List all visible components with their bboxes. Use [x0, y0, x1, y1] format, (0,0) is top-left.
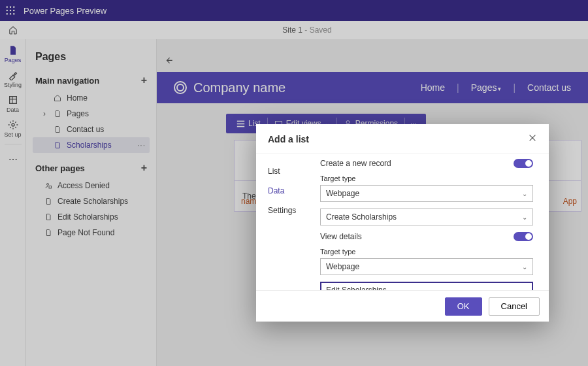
chevron-down-icon: ▾: [498, 86, 501, 92]
tree-item-create-scholarships[interactable]: Create Scholarships: [33, 193, 150, 209]
rail-pages[interactable]: Pages: [0, 42, 26, 67]
svg-point-1: [10, 7, 11, 8]
view-details-toggle[interactable]: [514, 232, 533, 241]
col-app-fragment: App: [563, 197, 577, 206]
nav-pages-label: Pages: [471, 82, 497, 93]
svg-point-2: [13, 7, 14, 8]
svg-point-12: [12, 124, 14, 126]
nav-contact[interactable]: Contact us: [527, 82, 571, 93]
svg-rect-20: [237, 125, 244, 127]
add-list-modal: Add a list List Data Settings Create a n…: [256, 124, 549, 322]
chevron-down-icon: ⌄: [522, 190, 527, 197]
other-pages-header: Other pages +: [33, 158, 150, 178]
page-icon: [52, 141, 63, 149]
top-bar: Power Pages Preview: [0, 0, 588, 21]
tree-item-home[interactable]: Home: [33, 90, 150, 106]
home-icon: [52, 94, 63, 102]
svg-point-13: [9, 159, 10, 160]
tree-label: Home: [67, 93, 88, 103]
pages-panel: Pages Main navigation + Home › Pages Con…: [26, 39, 157, 366]
tree-label: Contact us: [67, 125, 104, 134]
rail-setup-label: Set up: [4, 131, 21, 138]
site-header: Company name Home | Pages▾ | Contact us: [157, 72, 588, 103]
svg-point-0: [7, 7, 8, 8]
tree-item-page-not-found[interactable]: Page Not Found: [33, 225, 150, 241]
svg-point-6: [7, 13, 8, 14]
modal-form: Create a new record Target type Webpage …: [320, 154, 549, 290]
site-name: Company name: [193, 80, 286, 95]
chevron-right-icon[interactable]: ›: [43, 109, 51, 118]
tree-label: Create Scholarships: [57, 197, 128, 206]
nav-sep: |: [457, 82, 459, 93]
nav-pages[interactable]: Pages▾: [471, 82, 502, 93]
target-type-label-2: Target type: [320, 248, 533, 256]
panel-title: Pages: [26, 39, 156, 71]
waffle-icon[interactable]: [0, 0, 21, 21]
tree-label: Access Denied: [57, 181, 110, 190]
rail-styling-label: Styling: [4, 82, 22, 88]
add-other-page-icon[interactable]: +: [141, 162, 147, 174]
saved-status: Saved: [310, 25, 332, 35]
target-type-select-2[interactable]: Webpage ⌄: [320, 258, 533, 275]
tree-item-contact[interactable]: Contact us: [33, 122, 150, 137]
tree-item-access-denied[interactable]: Access Denied: [33, 178, 150, 193]
view-details-label: View details: [320, 232, 362, 241]
saved-separator: -: [302, 25, 310, 35]
target-page-select-2[interactable]: Edit Scholarships ⌄: [320, 282, 533, 290]
tree-item-pages[interactable]: › Pages: [33, 106, 150, 122]
home-icon[interactable]: [0, 25, 26, 35]
svg-rect-9: [9, 97, 16, 104]
modal-tabs: List Data Settings: [256, 154, 320, 290]
modal-body: List Data Settings Create a new record T…: [256, 154, 549, 290]
item-more-icon[interactable]: ···: [137, 141, 146, 150]
main-nav-header: Main navigation +: [33, 71, 150, 90]
create-record-toggle[interactable]: [514, 159, 533, 168]
close-icon[interactable]: [528, 133, 537, 145]
modal-tab-list[interactable]: List: [256, 161, 320, 181]
rail-styling[interactable]: Styling: [0, 67, 26, 92]
rail-pages-label: Pages: [5, 57, 22, 63]
person-lock-icon: [43, 182, 54, 190]
main-nav-label: Main navigation: [35, 76, 99, 86]
svg-point-3: [7, 10, 8, 11]
site-name-text: Site 1: [282, 25, 302, 35]
page-icon: [52, 125, 63, 133]
rail-setup[interactable]: Set up: [0, 116, 26, 141]
rail-data[interactable]: Data: [0, 92, 26, 116]
site-nav: Home | Pages▾ | Contact us: [421, 82, 571, 93]
page-icon: [52, 110, 63, 118]
tree-item-scholarships[interactable]: Scholarships ···: [33, 137, 150, 153]
rail-divider: [5, 144, 22, 144]
svg-point-8: [13, 13, 14, 14]
rail-data-label: Data: [7, 107, 19, 113]
select-value: Webpage: [326, 262, 359, 271]
modal-tab-data[interactable]: Data: [256, 181, 320, 201]
page-icon: [43, 213, 54, 221]
app-title: Power Pages Preview: [21, 6, 106, 16]
target-page-select-1[interactable]: Create Scholarships ⌄: [320, 208, 533, 225]
page-icon: [43, 229, 54, 237]
svg-point-4: [10, 10, 11, 11]
cancel-button[interactable]: Cancel: [489, 297, 540, 316]
resize-icon[interactable]: [163, 52, 178, 67]
site-status: Site 1 - Saved: [26, 25, 588, 35]
target-type-select-1[interactable]: Webpage ⌄: [320, 185, 533, 202]
rail-more[interactable]: [0, 147, 26, 172]
tree-label: Page Not Found: [57, 228, 114, 237]
tree-item-edit-scholarships[interactable]: Edit Scholarships: [33, 209, 150, 225]
svg-point-15: [15, 159, 16, 160]
nav-home[interactable]: Home: [421, 82, 445, 93]
ok-button[interactable]: OK: [445, 297, 482, 316]
modal-tab-settings[interactable]: Settings: [256, 201, 320, 220]
select-value: Create Scholarships: [326, 212, 397, 222]
add-main-nav-icon[interactable]: +: [141, 75, 147, 86]
nav-sep: |: [513, 82, 515, 93]
svg-point-5: [13, 10, 14, 11]
tree-label: Edit Scholarships: [57, 212, 118, 222]
svg-rect-18: [237, 120, 244, 122]
modal-title: Add a list: [268, 134, 309, 144]
modal-footer: OK Cancel: [256, 290, 549, 322]
svg-point-7: [10, 13, 11, 14]
select-value: Edit Scholarships: [326, 286, 387, 290]
site-logo-icon: [174, 81, 187, 94]
